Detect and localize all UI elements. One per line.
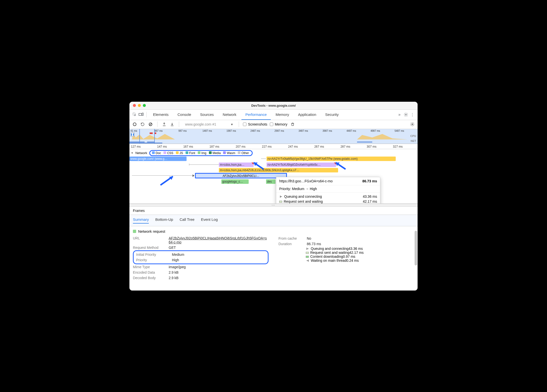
network-section-label: Network (135, 151, 147, 155)
bar-js-2[interactable]: rs=AA2YrTv0taM5qVgw38gU_15kX9WFXe5TPw (w… (267, 157, 396, 161)
tab-security[interactable]: Security (321, 109, 343, 120)
resize-handle[interactable]: ⋯ (129, 204, 418, 207)
scrollbar[interactable] (415, 231, 417, 265)
bar-selected[interactable]: AF2bZyivvJ92o5BiPi0CLI… (195, 173, 287, 178)
legend-item: Font (186, 151, 195, 155)
priority: High (172, 258, 179, 262)
legend-item: CSS (163, 151, 173, 155)
perf-toolbar: www.google.com #1▾ Screenshots Memory (129, 120, 418, 129)
inspect-icon[interactable] (132, 112, 137, 117)
detail-tabs: Summary Bottom-Up Call Tree Event Log (129, 215, 418, 226)
upload-icon[interactable] (161, 122, 167, 127)
memory-toggle[interactable]: Memory (270, 122, 287, 126)
clear-icon[interactable] (148, 122, 153, 127)
flame-chart[interactable]: ▼ Network DocCSSJSFontImgMediaWasmOther … (129, 149, 418, 204)
svg-rect-8 (150, 132, 153, 134)
tooltip-row: ⊢Queuing and connecting43.36 ms (279, 194, 377, 199)
svg-rect-11 (129, 143, 162, 143)
legend-item: Wasm (223, 151, 235, 155)
svg-line-6 (150, 123, 152, 125)
tab-console[interactable]: Console (174, 109, 195, 120)
summary-panel: Network request URLAF2bZyivvJ92o5BiPi0CL… (129, 226, 418, 291)
bar-doc[interactable]: www.google.com/ (www.g… (129, 157, 187, 161)
duration-row: ⊢Queuing and connecting43.36 ms (306, 247, 414, 251)
tab-network[interactable]: Network (219, 109, 240, 120)
duration-row: Request sent and waiting42.17 ms (306, 251, 414, 255)
tooltip-priority: Priority: Medium → High (276, 185, 380, 193)
annotation-arrow (159, 174, 179, 186)
recording-dropdown[interactable]: www.google.com #1▾ (183, 122, 235, 127)
subtab-bottom-up[interactable]: Bottom-Up (155, 217, 173, 224)
bar-img-2[interactable]: des (266, 179, 275, 184)
subtab-event-log[interactable]: Event Log (201, 217, 218, 224)
panel-tabs: Elements Console Sources Network Perform… (129, 110, 418, 120)
encoded-data: 2.9 kB (169, 270, 179, 274)
kebab-icon[interactable]: ⋮ (410, 112, 415, 117)
frames-section[interactable]: Frames (129, 207, 418, 215)
svg-point-7 (412, 124, 413, 125)
initial-priority: Medium (172, 253, 184, 257)
overview-handle-right[interactable] (154, 129, 155, 144)
subtab-call-tree[interactable]: Call Tree (180, 217, 195, 224)
svg-rect-2 (142, 113, 143, 115)
decoded-body: 2.9 kB (169, 276, 179, 280)
net-graph (129, 140, 408, 143)
priority-highlight: Initial PriorityMedium PriorityHigh (133, 250, 269, 264)
summary-title: Network request (138, 229, 165, 233)
svg-point-3 (405, 114, 407, 115)
legend-item: Img (198, 151, 206, 155)
request-method: GET (169, 246, 176, 250)
tab-sources[interactable]: Sources (196, 109, 218, 120)
gc-icon[interactable] (290, 122, 295, 127)
tab-elements[interactable]: Elements (149, 109, 173, 120)
bar-js-1[interactable]: m=cdos,hsm,jsa,mb4ZUb,d,csi,cEt90b,SNUn3… (219, 168, 338, 172)
devtools-window: DevTools - www.google.com/ Elements Cons… (129, 102, 418, 291)
tooltip-total: 86.73 ms (362, 179, 377, 183)
svg-rect-9 (155, 132, 156, 134)
tooltip-url: https://lh3.goo…FGxOA=s64-c-mo (279, 179, 333, 183)
cpu-graph (129, 132, 408, 139)
subtab-summary[interactable]: Summary (133, 217, 149, 224)
titlebar: DevTools - www.google.com/ (129, 102, 418, 110)
screenshots-toggle[interactable]: Screenshots (243, 122, 267, 126)
network-legend: DocCSSJSFontImgMediaWasmOther (149, 150, 253, 156)
svg-rect-13 (147, 142, 155, 142)
duration-row: ⊣Waiting on main thread0.24 ms (306, 259, 414, 262)
record-icon[interactable] (132, 122, 137, 127)
duration: 86.73 ms (307, 242, 321, 246)
download-icon[interactable] (169, 122, 175, 127)
mime-type: image/jpeg (169, 265, 186, 269)
svg-rect-1 (139, 113, 142, 115)
request-type-icon (133, 230, 136, 233)
bar-css-1[interactable]: m=cdos,hsm,jsa… (219, 163, 254, 167)
svg-rect-12 (357, 142, 372, 142)
window-title: DevTools - www.google.com/ (129, 104, 418, 107)
reload-icon[interactable] (140, 122, 145, 127)
legend-item: JS (176, 151, 183, 155)
collapse-icon[interactable]: ▼ (131, 152, 133, 154)
capture-settings-icon[interactable] (410, 122, 415, 127)
bar-img-1[interactable]: googlelogo_c… (221, 179, 249, 184)
svg-rect-10 (129, 142, 145, 142)
legend-item: Doc (152, 151, 161, 155)
overview-handle-left[interactable] (139, 129, 140, 144)
duration-row: Content downloading0.97 ms (306, 255, 414, 259)
request-tooltip: https://lh3.goo…FGxOA=s64-c-mo 86.73 ms … (276, 177, 380, 204)
from-cache: No (307, 236, 311, 240)
bar-css-2[interactable]: rs=AA2YrTsXU5hjdOZrxXehYcpWx5c… (267, 163, 336, 167)
time-ruler: 127 ms147 ms167 ms187 ms207 ms227 ms247 … (129, 144, 418, 149)
tab-performance[interactable]: Performance (241, 109, 271, 120)
legend-item: Other (238, 151, 249, 155)
settings-icon[interactable] (403, 112, 409, 117)
svg-point-4 (133, 123, 136, 126)
device-icon[interactable] (138, 112, 144, 117)
more-panels-icon[interactable]: » (397, 112, 402, 117)
overview-timeline[interactable]: 41 ms487 ms987 ms1487 ms1987 ms2487 ms29… (129, 129, 418, 144)
tab-application[interactable]: Application (294, 109, 320, 120)
url-link[interactable]: AF2bZyivvJ92o5BiPi0CLIHaqa5IHNOi6SrpLrbf… (169, 236, 269, 244)
pause-icon[interactable]: ❚❚ (130, 132, 134, 136)
tab-memory[interactable]: Memory (272, 109, 293, 120)
legend-item: Media (209, 151, 221, 155)
tooltip-row: Request sent and waiting42.17 ms (279, 199, 377, 204)
